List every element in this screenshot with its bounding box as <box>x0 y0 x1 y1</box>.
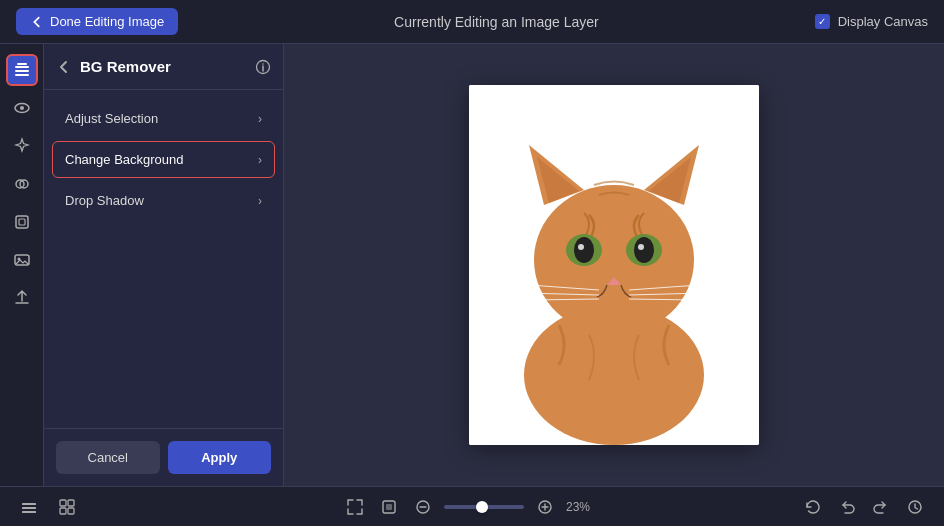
history-back2-button[interactable] <box>800 494 826 520</box>
chevron-right-icon: › <box>258 112 262 126</box>
history-button[interactable] <box>902 494 928 520</box>
svg-rect-8 <box>16 216 28 228</box>
svg-rect-2 <box>15 74 29 76</box>
history-back2-icon <box>804 498 822 516</box>
layers-view-icon <box>20 498 38 516</box>
bottom-right-controls <box>800 494 928 520</box>
svg-rect-34 <box>22 503 36 505</box>
sidebar-effects-icon[interactable] <box>6 168 38 200</box>
icon-sidebar <box>0 44 44 486</box>
expand-button[interactable] <box>376 494 402 520</box>
done-editing-button[interactable]: Done Editing Image <box>16 8 178 35</box>
canvas-image <box>469 85 759 445</box>
menu-item-change-background[interactable]: Change Background › <box>52 141 275 178</box>
chevron-right-icon-3: › <box>258 194 262 208</box>
cat-svg <box>469 85 759 445</box>
svg-point-5 <box>20 106 24 110</box>
panel-info-button[interactable] <box>255 59 271 75</box>
svg-point-13 <box>262 63 264 65</box>
menu-item-change-bg-label: Change Background <box>65 152 184 167</box>
apply-button[interactable]: Apply <box>168 441 272 474</box>
zoom-out-icon <box>414 498 432 516</box>
fit-icon <box>346 498 364 516</box>
layers-view-button[interactable] <box>16 494 42 520</box>
menu-item-drop-shadow-label: Drop Shadow <box>65 193 144 208</box>
svg-rect-0 <box>15 66 29 68</box>
panel-menu: Adjust Selection › Change Background › D… <box>44 90 283 428</box>
svg-point-25 <box>578 244 584 250</box>
zoom-in-icon <box>536 498 554 516</box>
zoom-out-button[interactable] <box>410 494 436 520</box>
svg-rect-38 <box>68 500 74 506</box>
panel-header: BG Remover <box>44 44 283 90</box>
done-button-label: Done Editing Image <box>50 14 164 29</box>
sidebar-layers-icon[interactable] <box>6 54 38 86</box>
zoom-slider-thumb <box>476 501 488 513</box>
topbar: Done Editing Image Currently Editing an … <box>0 0 944 44</box>
menu-item-drop-shadow[interactable]: Drop Shadow › <box>52 182 275 219</box>
effects-svg-icon <box>13 175 31 193</box>
topbar-title: Currently Editing an Image Layer <box>394 14 599 30</box>
undo-icon <box>838 498 856 516</box>
zoom-in-button[interactable] <box>532 494 558 520</box>
svg-rect-36 <box>22 511 36 513</box>
zoom-slider[interactable] <box>444 505 524 509</box>
sidebar-export-icon[interactable] <box>6 282 38 314</box>
svg-point-23 <box>574 237 594 263</box>
redo-button[interactable] <box>868 494 894 520</box>
fit-button[interactable] <box>342 494 368 520</box>
panel-actions: Cancel Apply <box>44 428 283 486</box>
image-svg-icon <box>13 251 31 269</box>
panel-title: BG Remover <box>80 58 247 75</box>
menu-item-adjust-selection[interactable]: Adjust Selection › <box>52 100 275 137</box>
frame-svg-icon <box>13 213 31 231</box>
arrow-left-icon <box>30 15 44 29</box>
main-area: BG Remover Adjust Selection › Change Bac… <box>0 44 944 486</box>
export-svg-icon <box>13 289 31 307</box>
bottom-center-controls: 23% <box>342 494 602 520</box>
magic-svg-icon <box>13 137 31 155</box>
back-arrow-icon <box>56 59 72 75</box>
zoom-percent-label: 23% <box>566 500 602 514</box>
expand-icon <box>380 498 398 516</box>
redo-icon <box>872 498 890 516</box>
display-canvas-wrap: Display Canvas <box>815 14 928 29</box>
sidebar-magic-icon[interactable] <box>6 130 38 162</box>
cancel-button[interactable]: Cancel <box>56 441 160 474</box>
svg-point-26 <box>638 244 644 250</box>
sidebar-eye-icon[interactable] <box>6 92 38 124</box>
sidebar-frame-icon[interactable] <box>6 206 38 238</box>
sidebar-image-icon[interactable] <box>6 244 38 276</box>
display-canvas-checkbox[interactable] <box>815 14 830 29</box>
history-icon <box>906 498 924 516</box>
display-canvas-label: Display Canvas <box>838 14 928 29</box>
svg-rect-35 <box>22 507 36 509</box>
panel-back-button[interactable] <box>56 59 72 75</box>
svg-rect-39 <box>60 508 66 514</box>
svg-rect-3 <box>17 63 27 65</box>
info-icon <box>255 59 271 75</box>
svg-point-16 <box>534 185 694 335</box>
canvas-area <box>284 44 944 486</box>
layers-svg-icon <box>13 61 31 79</box>
bg-remover-panel: BG Remover Adjust Selection › Change Bac… <box>44 44 284 486</box>
menu-item-adjust-label: Adjust Selection <box>65 111 158 126</box>
undo-button[interactable] <box>834 494 860 520</box>
svg-rect-9 <box>19 219 25 225</box>
svg-point-24 <box>634 237 654 263</box>
grid-view-icon <box>58 498 76 516</box>
chevron-right-icon-2: › <box>258 153 262 167</box>
svg-rect-1 <box>15 70 29 72</box>
eye-svg-icon <box>13 99 31 117</box>
grid-view-button[interactable] <box>54 494 80 520</box>
bottom-left-controls <box>16 494 80 520</box>
svg-rect-37 <box>60 500 66 506</box>
svg-rect-40 <box>68 508 74 514</box>
bottombar: 23% <box>0 486 944 526</box>
svg-rect-42 <box>386 504 392 510</box>
